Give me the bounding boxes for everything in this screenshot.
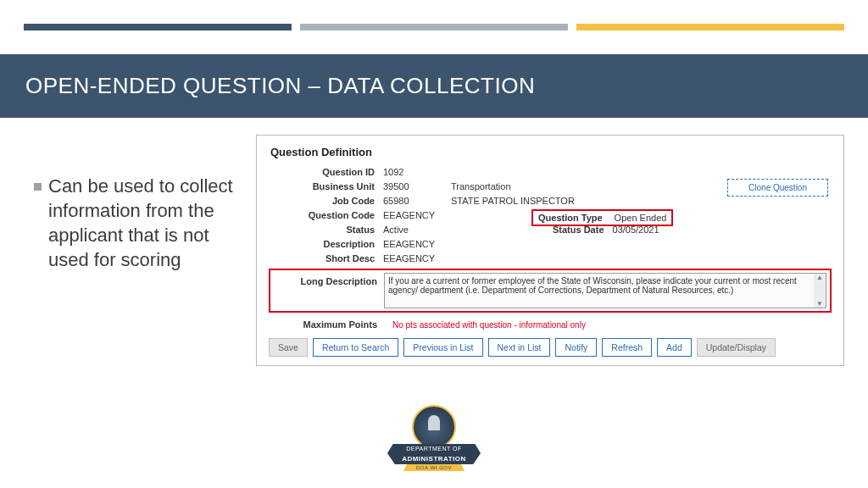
label-business-unit: Business Unit <box>269 181 383 191</box>
label-question-id: Question ID <box>269 167 383 177</box>
value-job-code-name: STATE PATROL INSPECTOR <box>451 196 575 206</box>
label-question-code: Question Code <box>269 210 383 220</box>
label-maximum-points: Maximum Points <box>269 319 377 330</box>
textarea-scrollbar[interactable]: ▲ ▼ <box>814 274 826 308</box>
label-short-desc: Short Desc <box>269 253 383 263</box>
return-to-search-button[interactable]: Return to Search <box>313 338 398 357</box>
long-description-textarea[interactable] <box>385 274 814 308</box>
panel-heading: Question Definition <box>269 146 832 158</box>
top-accent-bar <box>0 24 868 30</box>
bullet-list: Can be used to collect information from … <box>34 135 234 272</box>
add-button[interactable]: Add <box>657 338 692 357</box>
previous-in-list-button[interactable]: Previous in List <box>403 338 482 357</box>
question-definition-panel: Question Definition Clone Question Quest… <box>256 135 844 366</box>
update-display-button[interactable]: Update/Display <box>697 338 776 357</box>
refresh-button[interactable]: Refresh <box>602 338 652 357</box>
label-job-code: Job Code <box>269 196 383 206</box>
bullet-item: Can be used to collect information from … <box>34 174 234 272</box>
label-description: Description <box>269 239 383 249</box>
scroll-down-icon[interactable]: ▼ <box>816 300 823 308</box>
bullet-square-icon <box>34 183 42 191</box>
value-status-date: 03/05/2021 <box>613 225 659 235</box>
scroll-up-icon[interactable]: ▲ <box>816 274 823 281</box>
accent-segment-gold <box>576 24 844 30</box>
label-status-date: Status Date <box>553 225 604 235</box>
logo-line-admin: ADMINISTRATION <box>387 453 481 464</box>
value-business-unit-name: Transportation <box>451 181 511 191</box>
label-status: Status <box>269 225 383 235</box>
slide-title: OPEN-ENDED QUESTION – DATA COLLECTION <box>0 54 868 118</box>
value-status: Active <box>383 225 451 235</box>
max-points-warning: No pts associated with question - inform… <box>392 320 586 330</box>
doa-logo: DEPARTMENT OF ADMINISTRATION DOA.WI.GOV <box>387 405 481 471</box>
value-job-code-code: 65980 <box>383 196 451 206</box>
long-description-highlight: Long Description ▲ ▼ <box>269 269 832 313</box>
value-business-unit-code: 39500 <box>383 181 451 191</box>
accent-segment-grey <box>300 24 568 30</box>
save-button[interactable]: Save <box>269 338 308 357</box>
capitol-dome-icon <box>412 405 456 449</box>
next-in-list-button[interactable]: Next in List <box>488 338 551 357</box>
logo-line-dept: DEPARTMENT OF <box>387 444 481 453</box>
value-short-desc: EEAGENCY <box>383 253 832 263</box>
notify-button[interactable]: Notify <box>555 338 597 357</box>
value-question-code: EEAGENCY <box>383 210 451 220</box>
action-button-row: Save Return to Search Previous in List N… <box>269 338 832 357</box>
value-description: EEAGENCY <box>383 239 832 249</box>
label-long-description: Long Description <box>270 273 377 286</box>
value-question-id: 1092 <box>383 167 451 177</box>
logo-line-url: DOA.WI.GOV <box>403 464 465 471</box>
accent-segment-navy <box>24 24 292 30</box>
bullet-text: Can be used to collect information from … <box>48 174 234 272</box>
